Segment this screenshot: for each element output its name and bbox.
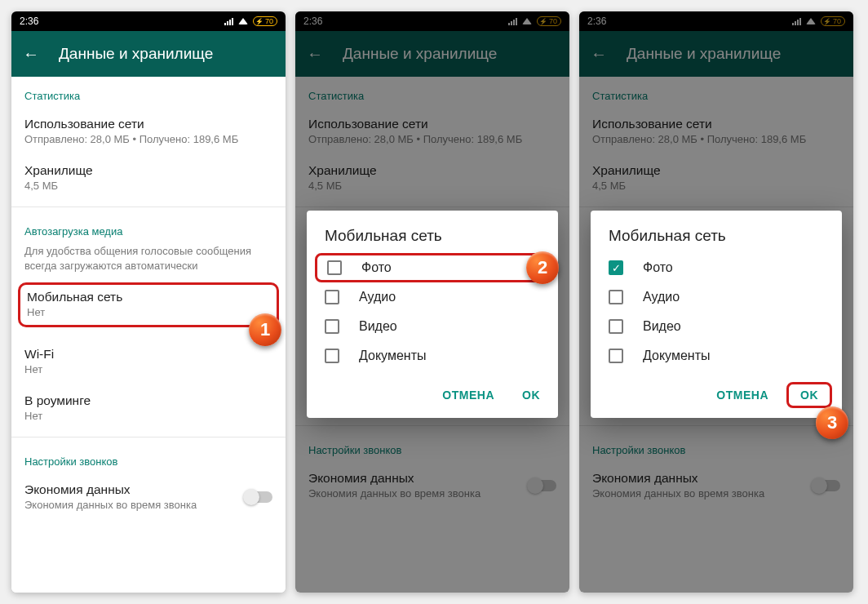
signal-icon	[792, 18, 801, 25]
checkbox-icon[interactable]	[609, 290, 623, 304]
dialog-actions: ОТМЕНА OK 3	[591, 371, 842, 411]
checkbox-icon[interactable]	[609, 319, 623, 334]
cancel-button[interactable]: ОТМЕНА	[432, 382, 504, 408]
back-arrow-icon[interactable]: ←	[591, 46, 607, 62]
row-storage[interactable]: Хранилище 4,5 МБ	[11, 155, 286, 202]
phone-screen-3: 2:36 70 ← Данные и хранилище Статистика …	[579, 11, 853, 593]
row-title: Использование сети	[24, 117, 272, 131]
battery-icon: 70	[537, 16, 561, 26]
signal-icon	[224, 18, 233, 25]
option-docs[interactable]: Документы	[591, 341, 842, 371]
row-sub: 4,5 МБ	[24, 180, 272, 192]
clock: 2:36	[303, 16, 322, 27]
option-audio[interactable]: Аудио	[591, 282, 842, 312]
dialog-mobile-network: Мобильная сеть Фото 2 Аудио Видео Докуме…	[307, 211, 558, 418]
divider	[11, 207, 286, 207]
back-arrow-icon[interactable]: ←	[307, 46, 323, 62]
section-calls: Настройки звонков	[11, 442, 286, 474]
clock: 2:36	[20, 16, 38, 27]
option-label: Видео	[643, 319, 681, 334]
row-sub: Экономия данных во время звонка	[24, 499, 197, 511]
checkbox-icon[interactable]	[325, 349, 339, 363]
highlight-mobile-row: Мобильная сеть Нет 1	[18, 282, 279, 327]
app-bar: ← Данные и хранилище	[295, 31, 569, 77]
step-badge-3: 3	[816, 406, 848, 439]
row-mobile-network[interactable]: Мобильная сеть Нет	[27, 290, 270, 318]
row-sub: Нет	[27, 306, 270, 318]
highlight-photo-option: Фото 2	[315, 253, 550, 282]
phone-screen-2: 2:36 70 ← Данные и хранилище Статистика …	[295, 11, 569, 593]
row-storage: Хранилище 4,5 МБ	[295, 155, 569, 202]
status-icons: 70	[508, 16, 561, 26]
cancel-button[interactable]: ОТМЕНА	[706, 382, 778, 408]
settings-content: Статистика Использование сети Отправлено…	[11, 77, 286, 593]
signal-icon	[508, 18, 517, 25]
option-video[interactable]: Видео	[591, 312, 842, 341]
ok-button[interactable]: OK	[795, 387, 823, 403]
dialog-mobile-network: Мобильная сеть ✓ Фото Аудио Видео Докуме…	[591, 211, 842, 418]
row-wifi[interactable]: Wi-Fi Нет	[11, 339, 286, 385]
checkbox-checked-icon[interactable]: ✓	[609, 260, 623, 275]
option-label: Фото	[643, 260, 673, 275]
checkbox-icon[interactable]	[327, 260, 342, 275]
dialog-title: Мобильная сеть	[307, 227, 558, 253]
divider	[11, 437, 286, 437]
phone-screen-1: 2:36 70 ← Данные и хранилище Статистика …	[11, 11, 286, 593]
back-arrow-icon[interactable]: ←	[23, 46, 39, 62]
section-autoload: Автозагрузка медиа	[11, 212, 286, 244]
row-title: В роуминге	[24, 393, 272, 408]
battery-icon: 70	[253, 16, 277, 26]
option-label: Документы	[643, 349, 710, 363]
checkbox-icon[interactable]	[609, 349, 623, 363]
section-stats: Статистика	[295, 77, 569, 109]
status-icons: 70	[224, 16, 277, 26]
app-bar: ← Данные и хранилище	[11, 31, 286, 77]
ok-button[interactable]: OK	[512, 382, 550, 408]
row-network-usage: Использование сети Отправлено: 28,0 МБ •…	[295, 109, 569, 155]
option-label: Аудио	[359, 290, 396, 304]
battery-icon: 70	[821, 16, 845, 26]
step-badge-1: 1	[249, 313, 281, 346]
option-photo[interactable]: Фото	[327, 260, 538, 275]
status-bar: 2:36 70	[11, 11, 286, 31]
dialog-title: Мобильная сеть	[591, 227, 842, 253]
wifi-icon	[238, 18, 248, 24]
option-audio[interactable]: Аудио	[307, 282, 558, 312]
checkbox-icon[interactable]	[325, 319, 339, 334]
section-stats: Статистика	[11, 77, 286, 109]
option-video[interactable]: Видео	[307, 312, 558, 341]
appbar-title: Данные и хранилище	[343, 45, 497, 63]
status-bar: 2:36 70	[295, 11, 569, 31]
row-title: Экономия данных	[24, 482, 197, 497]
row-title: Wi-Fi	[24, 347, 272, 362]
data-saver-switch[interactable]	[245, 491, 272, 503]
row-sub: Нет	[24, 363, 272, 375]
appbar-title: Данные и хранилище	[59, 45, 213, 63]
row-network-usage[interactable]: Использование сети Отправлено: 28,0 МБ •…	[11, 109, 286, 155]
row-data-saver[interactable]: Экономия данных Экономия данных во время…	[11, 474, 286, 521]
row-data-saver: Экономия данных Экономия данных во время…	[295, 463, 569, 509]
app-bar: ← Данные и хранилище	[579, 31, 853, 77]
option-label: Видео	[359, 319, 397, 334]
row-sub: Отправлено: 28,0 МБ • Получено: 189,6 МБ	[24, 133, 272, 145]
row-sub: Нет	[24, 410, 272, 422]
highlight-ok-button: OK	[786, 382, 832, 408]
data-saver-switch	[529, 480, 556, 491]
autoload-help: Для удобства общения голосовые сообщения…	[11, 244, 286, 281]
row-title: Мобильная сеть	[27, 290, 270, 304]
wifi-icon	[522, 18, 532, 24]
clock: 2:36	[587, 16, 606, 27]
option-photo[interactable]: ✓ Фото	[591, 253, 842, 282]
appbar-title: Данные и хранилище	[627, 45, 781, 63]
status-icons: 70	[792, 16, 845, 26]
option-docs[interactable]: Документы	[307, 341, 558, 371]
option-label: Фото	[361, 260, 392, 275]
row-title: Хранилище	[24, 163, 272, 178]
wifi-icon	[806, 18, 816, 24]
dialog-actions: ОТМЕНА OK	[307, 371, 558, 411]
checkbox-icon[interactable]	[325, 290, 339, 304]
option-label: Аудио	[643, 290, 680, 304]
row-roaming[interactable]: В роуминге Нет	[11, 385, 286, 432]
status-bar: 2:36 70	[579, 11, 853, 31]
step-badge-2: 2	[526, 251, 559, 284]
